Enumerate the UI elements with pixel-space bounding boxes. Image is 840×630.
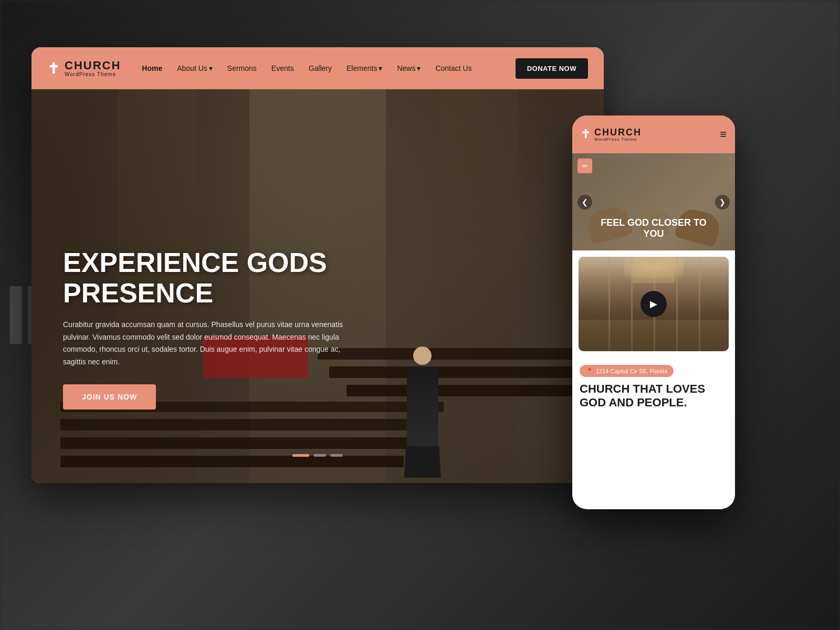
figure-skirt — [404, 446, 441, 478]
cross-icon: ✝ — [47, 60, 59, 77]
mobile-cross-icon: ✝ — [581, 128, 590, 141]
hamburger-menu[interactable]: ≡ — [720, 128, 727, 141]
slider-arrow-left[interactable]: ❮ — [578, 195, 592, 209]
donate-button[interactable]: DONATE NOW — [516, 58, 588, 79]
nav-events[interactable]: Events — [271, 64, 294, 72]
hero-title: EXPERIENCE GODS PRESENCE — [63, 248, 404, 308]
nav-contact[interactable]: Contact Us — [435, 64, 471, 72]
join-button[interactable]: JOIN US NOW — [63, 384, 156, 410]
mobile-logo-text: CHURCH WordPress Theme — [594, 128, 642, 142]
logo-text: CHURCH WordPress Theme — [65, 60, 121, 77]
nav-about[interactable]: About Us ▾ — [177, 64, 213, 72]
slider-dots — [292, 454, 343, 457]
mobile-slide-text: FEEL GOD CLOSER TO YOU — [593, 217, 714, 240]
nav-sermons[interactable]: Sermons — [227, 64, 257, 72]
edit-icon: ✏ — [578, 159, 592, 173]
elements-dropdown-icon: ▾ — [379, 64, 382, 72]
mobile-slider: ✏ ❮ ❯ FEEL GOD CLOSER TO YOU — [572, 153, 735, 250]
logo-subtitle: WordPress Theme — [65, 71, 121, 77]
hero-section: EXPERIENCE GODS PRESENCE Curabitur gravi… — [32, 89, 604, 483]
desktop-navbar: ✝ CHURCH WordPress Theme Home About Us ▾… — [32, 47, 604, 89]
nav-elements[interactable]: Elements ▾ — [346, 64, 382, 72]
mobile-logo-title: CHURCH — [594, 128, 642, 137]
mobile-mockup: ✝ CHURCH WordPress Theme ≡ ✏ ❮ ❯ FEEL GO… — [572, 116, 735, 509]
nav-gallery[interactable]: Gallery — [309, 64, 332, 72]
slider-dot-2[interactable] — [313, 454, 326, 457]
mobile-logo[interactable]: ✝ CHURCH WordPress Theme — [581, 128, 642, 142]
nav-links: Home About Us ▾ Sermons Events Gallery E… — [142, 64, 515, 72]
slider-dot-1[interactable] — [292, 454, 309, 457]
desktop-mockup: ✝ CHURCH WordPress Theme Home About Us ▾… — [32, 47, 604, 483]
mobile-logo-subtitle: WordPress Theme — [594, 137, 642, 142]
location-badge: 📍 1214 Capital Cir SE, Florida — [580, 365, 674, 377]
nav-news[interactable]: News ▾ — [397, 64, 421, 72]
slider-dot-3[interactable] — [330, 454, 343, 457]
about-dropdown-icon: ▾ — [209, 64, 213, 72]
figure-head — [413, 346, 432, 365]
location-pin-icon: 📍 — [586, 368, 593, 374]
play-button[interactable]: ▶ — [640, 291, 667, 317]
desktop-logo[interactable]: ✝ CHURCH WordPress Theme — [47, 60, 121, 77]
mobile-video-section: ▶ — [572, 250, 735, 358]
hero-content: EXPERIENCE GODS PRESENCE Curabitur gravi… — [63, 248, 404, 410]
mobile-church-info: 📍 1214 Capital Cir SE, Florida CHURCH TH… — [572, 358, 735, 410]
address-text: 1214 Capital Cir SE, Florida — [596, 368, 667, 374]
nav-home[interactable]: Home — [142, 64, 162, 72]
logo-title: CHURCH — [65, 60, 121, 71]
mobile-navbar: ✝ CHURCH WordPress Theme ≡ — [572, 116, 735, 153]
slider-arrow-right[interactable]: ❯ — [715, 195, 730, 209]
mobile-video-thumbnail[interactable]: ▶ — [579, 257, 729, 351]
news-dropdown-icon: ▾ — [417, 64, 421, 72]
hero-description: Curabitur gravida accumsan quam at cursu… — [63, 319, 357, 369]
figure-body — [407, 368, 438, 446]
church-figure — [402, 346, 444, 452]
church-tagline: CHURCH THAT LOVES GOD AND PEOPLE. — [580, 382, 728, 410]
